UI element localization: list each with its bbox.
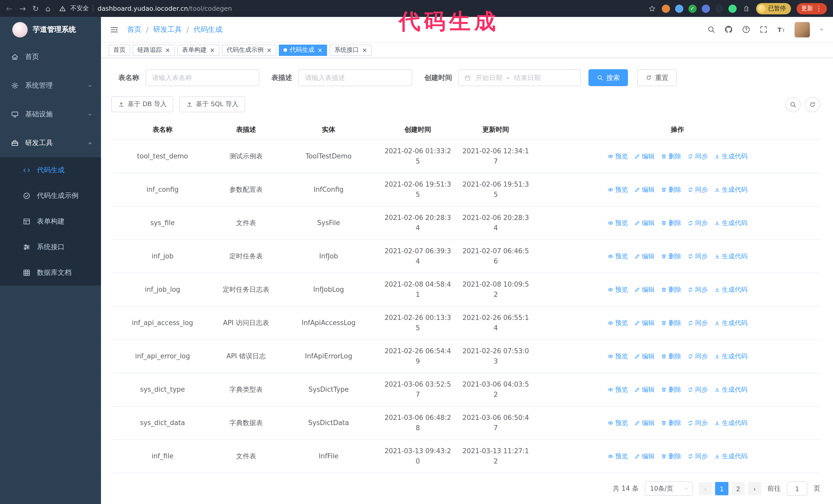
row-action-edit[interactable]: 编辑 — [634, 251, 654, 262]
row-action-preview[interactable]: 预览 — [608, 418, 628, 428]
back-button[interactable]: ← — [6, 4, 13, 13]
goto-page-input[interactable] — [787, 481, 807, 496]
row-action-sync[interactable]: 同步 — [687, 285, 708, 295]
close-icon[interactable]: × — [266, 47, 272, 53]
profile-chip[interactable]: 已暂停 — [756, 3, 791, 14]
close-icon[interactable]: × — [362, 47, 367, 53]
kebab-menu-icon[interactable]: ⋮ — [815, 5, 822, 12]
row-action-generate[interactable]: 生成代码 — [714, 285, 747, 295]
github-link[interactable] — [724, 25, 733, 34]
row-action-edit[interactable]: 编辑 — [634, 418, 654, 428]
row-action-sync[interactable]: 同步 — [687, 151, 708, 162]
close-icon[interactable]: × — [165, 47, 170, 53]
forward-button[interactable]: → — [19, 4, 26, 13]
row-action-preview[interactable]: 预览 — [608, 318, 628, 329]
row-action-preview[interactable]: 预览 — [608, 385, 628, 395]
sidebar-subitem-form-build[interactable]: 表单构建 — [0, 209, 101, 234]
prev-page-button[interactable]: ‹ — [699, 482, 712, 495]
search-button[interactable]: 搜索 — [589, 69, 628, 86]
close-icon[interactable]: × — [210, 47, 215, 53]
sidebar-subitem-codegen-example[interactable]: 代码生成示例 — [0, 183, 101, 209]
bookmark-star-button[interactable] — [648, 4, 656, 13]
row-action-generate[interactable]: 生成代码 — [714, 385, 747, 395]
tab-2[interactable]: 表单构建× — [177, 44, 219, 56]
row-action-generate[interactable]: 生成代码 — [714, 352, 747, 362]
extensions-menu-button[interactable] — [742, 4, 750, 13]
breadcrumb-item[interactable]: 代码生成 — [193, 25, 222, 34]
extension-icon[interactable] — [728, 4, 736, 13]
home-button[interactable]: ⌂ — [45, 4, 50, 13]
row-action-delete[interactable]: 删除 — [661, 418, 681, 428]
row-action-generate[interactable]: 生成代码 — [714, 318, 747, 329]
extension-icon[interactable] — [715, 4, 723, 13]
user-avatar[interactable] — [794, 22, 810, 37]
import-sql-button[interactable]: 基于 SQL 导入 — [180, 96, 245, 112]
row-action-sync[interactable]: 同步 — [687, 251, 708, 262]
row-action-delete[interactable]: 删除 — [661, 218, 681, 229]
row-action-preview[interactable]: 预览 — [608, 185, 628, 195]
extension-icon[interactable] — [701, 4, 710, 13]
row-action-sync[interactable]: 同步 — [687, 185, 708, 195]
row-action-delete[interactable]: 删除 — [661, 318, 681, 329]
row-action-generate[interactable]: 生成代码 — [714, 218, 747, 229]
update-button[interactable]: 更新 ⋮ — [796, 3, 827, 14]
row-action-edit[interactable]: 编辑 — [634, 218, 654, 229]
tab-1[interactable]: 链路追踪× — [133, 44, 175, 56]
address-bar[interactable]: 不安全 dashboard.yudao.iocoder.cn/tool/code… — [59, 4, 641, 13]
next-page-button[interactable]: › — [748, 482, 761, 495]
row-action-sync[interactable]: 同步 — [687, 385, 708, 395]
row-action-delete[interactable]: 删除 — [661, 452, 681, 462]
row-action-preview[interactable]: 预览 — [608, 251, 628, 262]
row-action-edit[interactable]: 编辑 — [634, 352, 654, 362]
row-action-edit[interactable]: 编辑 — [634, 318, 654, 329]
row-action-delete[interactable]: 删除 — [661, 151, 681, 162]
tab-0[interactable]: 首页 — [109, 44, 130, 56]
help-button[interactable] — [742, 25, 751, 34]
page-size-select[interactable]: 10条/页 — [645, 481, 693, 496]
row-action-delete[interactable]: 删除 — [661, 285, 681, 295]
tab-3[interactable]: 代码生成示例× — [222, 44, 276, 56]
sidebar-item-infra[interactable]: 基础设施 — [0, 100, 101, 129]
row-action-sync[interactable]: 同步 — [687, 418, 708, 428]
import-db-button[interactable]: 基于 DB 导入 — [111, 96, 173, 112]
sidebar-item-system[interactable]: 系统管理 — [0, 71, 101, 100]
tab-4[interactable]: 代码生成× — [279, 44, 327, 56]
row-action-delete[interactable]: 删除 — [661, 352, 681, 362]
table-name-input[interactable] — [145, 69, 259, 86]
app-logo[interactable]: 芋道管理系统 — [0, 17, 101, 43]
row-action-sync[interactable]: 同步 — [687, 352, 708, 362]
row-action-preview[interactable]: 预览 — [608, 352, 628, 362]
row-action-generate[interactable]: 生成代码 — [714, 418, 747, 428]
reset-button[interactable]: 重置 — [637, 69, 677, 86]
header-search-button[interactable] — [707, 25, 716, 34]
breadcrumb-item[interactable]: 研发工具 — [153, 25, 182, 34]
row-action-sync[interactable]: 同步 — [687, 452, 708, 462]
refresh-table-button[interactable] — [805, 97, 820, 112]
row-action-generate[interactable]: 生成代码 — [714, 151, 747, 162]
sidebar-subitem-api[interactable]: 系统接口 — [0, 234, 101, 260]
table-desc-input[interactable] — [298, 69, 412, 86]
row-action-generate[interactable]: 生成代码 — [714, 452, 747, 462]
row-action-delete[interactable]: 删除 — [661, 185, 681, 195]
close-icon[interactable]: × — [317, 47, 323, 53]
row-action-preview[interactable]: 预览 — [608, 218, 628, 229]
row-action-preview[interactable]: 预览 — [608, 285, 628, 295]
font-size-button[interactable]: TT — [777, 25, 786, 34]
row-action-sync[interactable]: 同步 — [687, 218, 708, 229]
date-range-picker[interactable]: 开始日期 - 结束日期 — [458, 69, 581, 86]
row-action-preview[interactable]: 预览 — [608, 151, 628, 162]
row-action-sync[interactable]: 同步 — [687, 318, 708, 329]
sidebar-item-home[interactable]: 首页 — [0, 43, 101, 71]
extension-icon[interactable] — [675, 4, 683, 13]
sidebar-item-devtools[interactable]: 研发工具 — [0, 129, 101, 158]
extension-icon[interactable] — [662, 4, 670, 13]
toggle-search-button[interactable] — [785, 97, 801, 112]
page-button-1[interactable]: 1 — [715, 482, 729, 495]
extension-icon[interactable]: ✓ — [688, 4, 696, 13]
row-action-edit[interactable]: 编辑 — [634, 185, 654, 195]
row-action-edit[interactable]: 编辑 — [634, 285, 654, 295]
row-action-edit[interactable]: 编辑 — [634, 151, 654, 162]
user-menu-caret[interactable] — [819, 27, 824, 32]
sidebar-toggle[interactable] — [110, 25, 119, 34]
reload-button[interactable]: ↻ — [32, 4, 39, 13]
